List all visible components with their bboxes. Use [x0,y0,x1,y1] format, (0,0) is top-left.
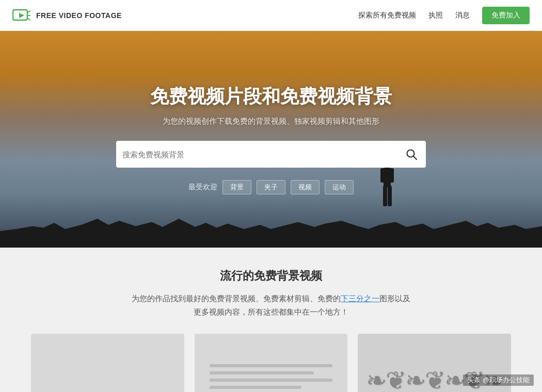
logo-text: FREE VIDEO FOOTAGE [36,11,122,20]
join-button[interactable]: 免费加入 [482,7,530,24]
hero-tags: 最受欢迎 背景 夹子 视频 运动 [54,180,488,194]
hero-title: 免费视频片段和免费视频背景 [54,84,488,109]
card-1[interactable] [31,334,184,392]
logo-icon [12,8,31,23]
search-button[interactable] [403,146,420,162]
nav-explore[interactable]: 探索所有免费视频 [358,11,416,20]
hero-section: 免费视频片段和免费视频背景 为您的视频创作下载免费的背景视频、独家视频剪辑和其他… [0,31,542,248]
section-description: 为您的作品找到最好的免费背景视频、免费素材剪辑、免费的下三分之一图形以及更多视频… [31,292,511,318]
svg-marker-1 [19,13,24,18]
cards-row: ❧❦❧❦❧❦❧ [31,334,511,392]
tag-motion[interactable]: 运动 [325,180,354,194]
tags-label: 最受欢迎 [188,183,217,192]
search-icon [405,148,418,160]
content-section: 流行的免费背景视频 为您的作品找到最好的免费背景视频、免费素材剪辑、免费的下三分… [0,248,542,392]
search-bar [116,141,426,168]
card-2[interactable] [195,334,348,392]
section-title: 流行的免费背景视频 [31,268,511,284]
watermark: 头条 @职场办公技能 [463,374,534,386]
svg-line-4 [28,19,30,20]
svg-line-12 [413,156,417,159]
tag-clip[interactable]: 夹子 [257,180,285,194]
tag-video[interactable]: 视频 [291,180,320,194]
tag-background[interactable]: 背景 [222,180,251,194]
hero-content: 免费视频片段和免费视频背景 为您的视频创作下载免费的背景视频、独家视频剪辑和其他… [54,84,488,194]
card-lines-decoration [210,364,332,392]
nav-message[interactable]: 消息 [455,11,470,20]
nav-license[interactable]: 执照 [428,11,443,20]
header: FREE VIDEO FOOTAGE 探索所有免费视频 执照 消息 免费加入 [0,0,542,31]
logo-area: FREE VIDEO FOOTAGE [12,8,122,23]
nav-area: 探索所有免费视频 执照 消息 免费加入 [358,7,530,24]
search-input[interactable] [122,150,403,159]
svg-line-2 [28,11,30,12]
hero-subtitle: 为您的视频创作下载免费的背景视频、独家视频剪辑和其他图形 [54,117,488,126]
lower-third-link[interactable]: 下三分之一 [341,294,379,303]
